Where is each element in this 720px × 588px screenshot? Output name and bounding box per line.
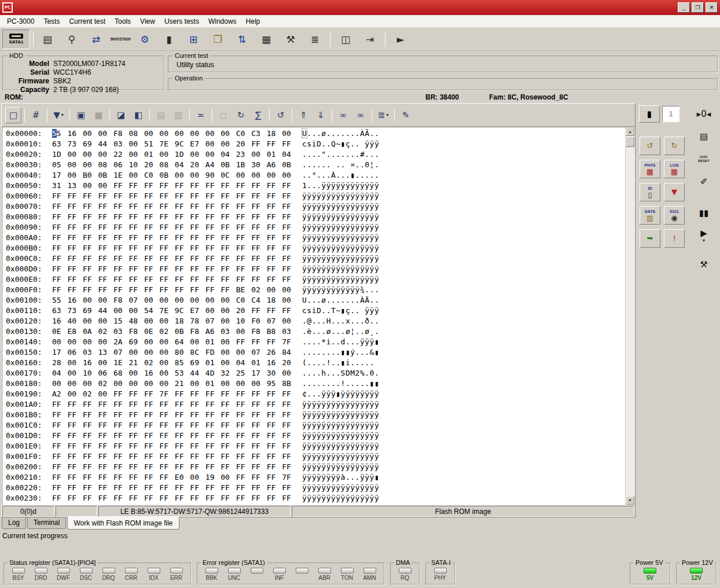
refresh-button[interactable]: ↻ (233, 107, 249, 123)
hex-row[interactable]: 0x001F0:FF FF FF FF FF FF FF FF FF FF FF… (6, 451, 634, 462)
hex-row[interactable]: 0x00170:04 00 10 06 68 00 16 00 53 44 4D… (6, 368, 634, 378)
data-read-button[interactable]: DATA▥ (640, 206, 660, 225)
folder-export-button[interactable]: ❐ (207, 30, 229, 49)
task-window-button[interactable]: ⊞ (182, 30, 204, 49)
compare-images-button[interactable]: ≍ (193, 107, 209, 123)
hex-row[interactable]: 0x001A0:FF FF FF FF FF FF FF FF FF FF FF… (6, 399, 634, 410)
scrollbar-track[interactable] (626, 148, 634, 496)
hex-row[interactable]: 0x00180:00 00 00 02 00 00 00 00 21 00 01… (6, 378, 634, 389)
page-down-button[interactable]: ⇓ (313, 107, 329, 123)
sata1-port-button[interactable]: SATA1 (2, 30, 30, 49)
edit-mode-button[interactable]: ✎ (398, 107, 414, 123)
export-image-button[interactable]: ◻ (215, 107, 232, 123)
hex-row[interactable]: 0x000B0:FF FF FF FF FF FF FF FF FF FF FF… (6, 243, 634, 253)
hex-row[interactable]: 0x00110:63 73 69 44 00 00 54 7E 9C E7 00… (6, 306, 634, 316)
jog-zero-button[interactable]: ▸0◂ (693, 105, 715, 123)
goto-next-button[interactable]: ➥ (640, 229, 660, 248)
hex-row[interactable]: 0x00150:17 06 03 13 07 00 00 00 80 8C FD… (6, 347, 634, 358)
rom-spool-button[interactable]: ▮ (639, 105, 660, 123)
search-button[interactable]: ⚲ (61, 30, 83, 49)
close-button[interactable]: ✕ (706, 2, 718, 13)
hex-row[interactable]: 0x00020:1D 00 00 00 22 00 01 00 1D 00 00… (6, 149, 634, 160)
hex-view[interactable]: 0x00000:55 16 00 00 F8 08 00 00 00 00 00… (2, 127, 635, 505)
hex-row[interactable]: 0x00070:FF FF FF FF FF FF FF FF FF FF FF… (6, 201, 634, 212)
run-button[interactable]: ▶▾ (693, 227, 715, 244)
load-image-button[interactable]: ▣ (73, 107, 89, 123)
hex-row[interactable]: 0x00080:FF FF FF FF FF FF FF FF FF FF FF… (6, 212, 634, 222)
tab-work-with-flash-rom-image-file[interactable]: Work with Flash ROM image file (67, 517, 179, 530)
hex-row[interactable]: 0x000A0:FF FF FF FF FF FF FF FF FF FF FF… (6, 233, 634, 243)
copy-window-button[interactable]: ◫ (335, 30, 357, 49)
hex-row[interactable]: 0x00160:28 00 16 00 1E 21 02 00 85 69 01… (6, 358, 634, 368)
find-button[interactable]: ∞ (335, 107, 351, 123)
menu-item-windows[interactable]: Windows (204, 15, 241, 27)
read-rom-button[interactable]: ↺ (640, 137, 660, 155)
menu-item-current-test[interactable]: Current test (64, 15, 110, 27)
stop-vsc-button[interactable]: ▼ (664, 183, 685, 201)
hex-row[interactable]: 0x000C0:FF FF FF FF FF FF FF FF FF FF FF… (6, 253, 634, 264)
hex-row[interactable]: 0x000E0:FF FF FF FF FF FF FF FF FF FF FF… (6, 274, 634, 285)
attention-button[interactable]: ! (664, 229, 685, 248)
hex-row[interactable]: 0x00090:FF FF FF FF FF FF FF FF FF FF FF… (6, 222, 634, 233)
hex-row[interactable]: 0x00140:00 00 00 00 2A 69 00 00 64 00 01… (6, 337, 634, 347)
hex-row[interactable]: 0x00010:63 73 69 44 03 00 51 7E 9C E7 00… (6, 139, 634, 149)
baud-rate-button[interactable]: 960057600 (109, 30, 131, 49)
tab-terminal[interactable]: Terminal (27, 517, 66, 529)
hex-row[interactable]: 0x00130:0E E8 0A 02 03 F8 0E 02 0B F8 A6… (6, 326, 634, 337)
scrollbar-thumb[interactable] (626, 137, 634, 147)
utility-script-button[interactable]: ▤ (36, 30, 58, 49)
power-probe-button[interactable]: ✐ (693, 173, 715, 190)
hex-row[interactable]: 0x00030:05 00 00 08 06 10 20 08 04 20 A4… (6, 160, 634, 170)
reload-page-button[interactable]: ↺ (273, 107, 289, 123)
hex-row[interactable]: 0x00190:A2 00 02 00 FF FF FF 7F FF FF FF… (6, 389, 634, 399)
save-image-as-button[interactable]: ◧ (130, 107, 146, 123)
tools-button[interactable]: ⚒ (693, 256, 715, 273)
stop-button[interactable]: ■ (90, 107, 106, 123)
drive-id-button[interactable]: ID▯ (640, 183, 660, 201)
exit-utility-button[interactable]: ⇥ (359, 30, 381, 49)
database-button[interactable]: ▮ (158, 30, 180, 49)
hex-row[interactable]: 0x00210:FF FF FF FF FF FF FF FF E0 00 19… (6, 472, 634, 483)
tab-log[interactable]: Log (2, 517, 26, 529)
service-area-button[interactable]: 0101◉ (664, 206, 685, 225)
menu-item-tests[interactable]: Tests (39, 15, 64, 27)
hex-row[interactable]: 0x001B0:FF FF FF FF FF FF FF FF FF FF FF… (6, 410, 634, 420)
save-image-button[interactable]: ◪ (113, 107, 129, 123)
menu-item-users-tests[interactable]: Users tests (160, 15, 204, 27)
sector-table-button[interactable]: ▦ (255, 30, 277, 49)
scroll-down-button[interactable]: ▼ (626, 496, 634, 505)
scroll-up-button[interactable]: ▲ (626, 127, 634, 136)
hex-row[interactable]: 0x001D0:FF FF FF FF FF FF FF FF FF FF FF… (6, 431, 634, 441)
hex-row[interactable]: 0x001C0:FF FF FF FF FF FF FF FF FF FF FF… (6, 420, 634, 431)
maximize-button[interactable]: ❐ (692, 2, 704, 13)
copy-buffer-button[interactable]: ▥ (170, 107, 186, 123)
hex-row[interactable]: 0x00100:55 16 00 00 F8 07 00 00 00 00 00… (6, 295, 634, 306)
menu-item-pc-3000[interactable]: PC-3000 (2, 15, 39, 27)
goto-address-button[interactable]: # (28, 107, 44, 123)
phys-map-button[interactable]: PHYS▦ (640, 160, 660, 178)
paste-buffer-button[interactable]: ▤ (153, 107, 169, 123)
title-bar[interactable]: PC _ ❐ ✕ (0, 0, 720, 15)
hex-row[interactable]: 0x00060:FF FF FF FF FF FF FF FF FF FF FF… (6, 191, 634, 201)
hex-row[interactable]: 0x00220:FF FF FF FF FF FF FF FF FF FF FF… (6, 483, 634, 493)
counter-button[interactable]: ≣▾ (375, 107, 391, 123)
page-up-button[interactable]: ⇑ (295, 107, 311, 123)
terminal-setup-button[interactable]: ⚙ (134, 30, 156, 49)
hex-row[interactable]: 0x001E0:FF FF FF FF FF FF FF FF FF FF FF… (6, 441, 634, 451)
minimize-button[interactable]: _ (678, 2, 690, 13)
graph-tools-button[interactable]: ⚒ (280, 30, 302, 49)
menu-item-tools[interactable]: Tools (110, 15, 135, 27)
hex-row[interactable]: 0x000F0:FF FF FF FF FF FF FF FF FF FF FF… (6, 285, 634, 295)
hex-row[interactable]: 0x00120:16 40 00 00 15 48 00 00 18 78 07… (6, 316, 634, 326)
report-list-button[interactable]: ≣ (304, 30, 326, 49)
menu-item-view[interactable]: View (135, 15, 160, 27)
hex-row[interactable]: 0x000D0:FF FF FF FF FF FF FF FF FF FF FF… (6, 264, 634, 274)
menu-item-help[interactable]: Help (241, 15, 265, 27)
new-image-button[interactable]: □ (5, 107, 21, 123)
hex-row[interactable]: 0x00050:31 13 00 00 FF FF FF FF FF FF FF… (6, 181, 634, 191)
checksum-button[interactable]: ∑ (250, 107, 266, 123)
hex-row[interactable]: 0x00040:17 00 B0 0B 1E 00 C0 0B 00 00 90… (6, 170, 634, 181)
view-filter-button[interactable]: ▼▾ (50, 107, 67, 123)
test-select-button[interactable]: ⇄ (85, 30, 107, 49)
write-rom-button[interactable]: ↻ (664, 137, 685, 155)
